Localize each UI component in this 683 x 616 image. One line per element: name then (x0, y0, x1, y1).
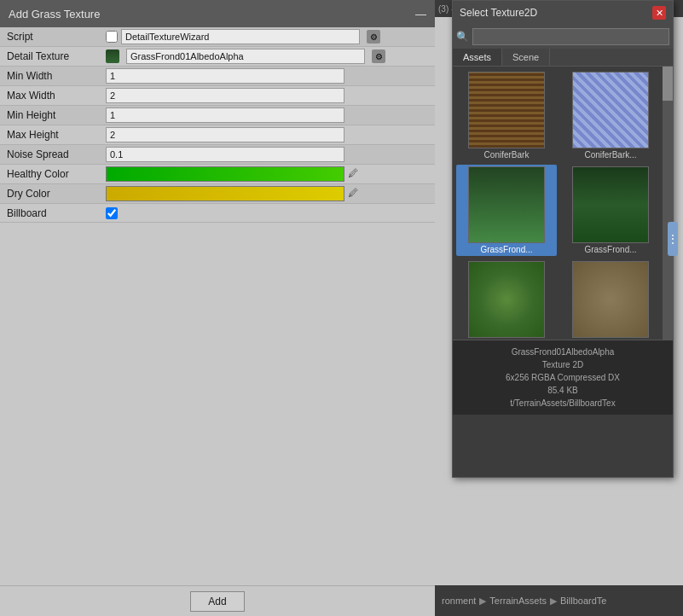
breadcrumb-part3: BillboardTe (560, 596, 606, 606)
max-width-value-cell (102, 86, 435, 106)
texture-label-conifer-bark-1: ConiferBark (484, 150, 530, 160)
detail-texture-input[interactable] (126, 49, 365, 64)
dialog-tabs: Assets Scene (453, 49, 673, 67)
healthy-color-value-cell: 🖉 (102, 165, 435, 184)
scrollbar-track[interactable] (663, 67, 673, 340)
info-line3: 6x256 RGBA Compressed DX (460, 371, 666, 384)
detail-texture-label: Detail Texture (0, 47, 102, 67)
breadcrumb-bar: ronment ▶ TerrainAssets ▶ BillboardTe (435, 585, 683, 616)
min-width-row: Min Width (0, 67, 435, 86)
texture-thumb-grassfrond-1 (468, 166, 545, 243)
add-button[interactable]: Add (190, 591, 244, 612)
script-value-cell: ⚙ (102, 27, 435, 47)
tab-scene[interactable]: Scene (502, 49, 550, 66)
healthy-color-label: Healthy Color (0, 165, 102, 184)
main-panel: Add Grass Texture — Script ⚙ Detail Text… (0, 0, 435, 616)
select-texture-dialog: Select Texture2D ✕ 🔍 Assets Scene Conife… (452, 0, 674, 478)
texture-item-dirt[interactable] (560, 259, 661, 340)
dialog-search-input[interactable] (472, 28, 669, 45)
dialog-title-text: Select Texture2D (460, 7, 537, 19)
detail-texture-gear-icon[interactable]: ⚙ (372, 49, 385, 63)
texture-item-conifer-bark-1[interactable]: ConiferBark (456, 70, 557, 161)
min-height-input[interactable] (106, 108, 344, 123)
texture-thumb-dirt (572, 261, 649, 338)
tab-assets[interactable]: Assets (453, 49, 502, 66)
texture-label-conifer-bark-2: ConiferBark... (584, 150, 636, 160)
script-gear-icon[interactable]: ⚙ (367, 30, 380, 44)
dry-color-row: Dry Color 🖉 (0, 184, 435, 204)
panel-title-text: Add Grass Texture (9, 8, 100, 20)
texture-item-grass-ground[interactable] (456, 259, 557, 340)
max-height-value-cell (102, 125, 435, 145)
texture-preview-icon (106, 49, 119, 63)
info-line1: GrassFrond01AlbedoAlpha (460, 346, 666, 358)
dialog-title-bar: Select Texture2D ✕ (453, 1, 673, 25)
max-height-label: Max Height (0, 125, 102, 145)
script-row: Script ⚙ (0, 27, 435, 47)
texture-item-grassfrond-2[interactable]: GrassFrond... (560, 165, 661, 256)
billboard-checkbox[interactable] (106, 207, 118, 219)
texture-thumb-conifer-bark-2 (572, 72, 649, 148)
noise-spread-input[interactable] (106, 147, 344, 162)
max-width-row: Max Width (0, 86, 435, 106)
info-line4: 85.4 KB (460, 384, 666, 397)
dry-color-bar[interactable] (106, 186, 344, 201)
texture-thumb-conifer-bark-1 (468, 72, 545, 148)
breadcrumb-part2: TerrainAssets (489, 596, 547, 606)
dialog-close-button[interactable]: ✕ (652, 6, 666, 20)
billboard-value-cell (102, 204, 435, 223)
dialog-info: GrassFrond01AlbedoAlpha Texture 2D 6x256… (453, 340, 673, 415)
max-width-label: Max Width (0, 86, 102, 106)
min-height-value-cell (102, 106, 435, 125)
min-height-row: Min Height (0, 106, 435, 125)
dry-color-label: Dry Color (0, 184, 102, 204)
max-height-row: Max Height (0, 125, 435, 145)
min-width-input[interactable] (106, 68, 344, 84)
min-width-value-cell (102, 67, 435, 86)
noise-spread-label: Noise Spread (0, 145, 102, 165)
noise-spread-value-cell (102, 145, 435, 165)
dry-color-picker-icon[interactable]: 🖉 (348, 187, 362, 200)
min-width-label: Min Width (0, 67, 102, 86)
texture-label-grassfrond-1: GrassFrond... (480, 245, 532, 254)
script-checkbox[interactable] (106, 31, 118, 43)
noise-spread-row: Noise Spread (0, 145, 435, 165)
texture-thumb-grass-ground (468, 261, 545, 338)
healthy-color-picker-icon[interactable]: 🖉 (348, 167, 362, 181)
max-width-input[interactable] (106, 88, 344, 103)
search-icon: 🔍 (456, 31, 469, 43)
breadcrumb-part1: ronment (442, 596, 476, 606)
min-height-label: Min Height (0, 106, 102, 125)
minimize-button[interactable]: — (415, 8, 426, 20)
detail-texture-row: Detail Texture ⚙ (0, 47, 435, 67)
script-input[interactable] (121, 29, 360, 44)
scrollbar-thumb[interactable] (663, 67, 673, 101)
dry-color-value-cell: 🖉 (102, 184, 435, 204)
texture-thumb-grassfrond-2 (572, 166, 649, 243)
healthy-color-bar[interactable] (106, 166, 344, 182)
dialog-search-area: 🔍 (453, 25, 673, 49)
dialog-resize-handle[interactable] (668, 222, 678, 256)
breadcrumb-arrow-1: ▶ (479, 596, 486, 607)
info-line2: Texture 2D (460, 358, 666, 371)
healthy-color-row: Healthy Color 🖉 (0, 165, 435, 184)
max-height-input[interactable] (106, 127, 344, 142)
billboard-row: Billboard (0, 204, 435, 223)
texture-item-conifer-bark-2[interactable]: ConiferBark... (560, 70, 661, 161)
panel-title: Add Grass Texture — (0, 0, 435, 27)
bottom-bar: Add (0, 585, 435, 616)
breadcrumb-arrow-2: ▶ (550, 596, 557, 607)
form-table: Script ⚙ Detail Texture ⚙ (0, 27, 435, 223)
script-label: Script (0, 27, 102, 47)
detail-texture-value-cell: ⚙ (102, 47, 435, 67)
texture-grid: ConiferBark ConiferBark... GrassFrond... (453, 67, 673, 340)
texture-label-grassfrond-2: GrassFrond... (584, 245, 636, 254)
billboard-label: Billboard (0, 204, 102, 223)
info-line5: t/TerrainAssets/BillboardTex (460, 397, 666, 410)
texture-item-grassfrond-1[interactable]: GrassFrond... (456, 165, 557, 256)
